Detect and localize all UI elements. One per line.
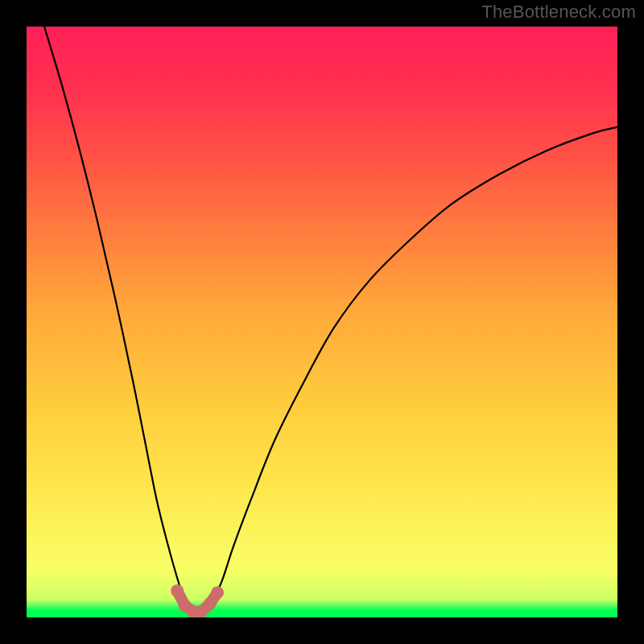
chart-frame: TheBottleneck.com: [0, 0, 644, 644]
background-gradient: [27, 27, 617, 617]
watermark-text: TheBottleneck.com: [481, 2, 636, 23]
plot-area: [27, 27, 617, 617]
